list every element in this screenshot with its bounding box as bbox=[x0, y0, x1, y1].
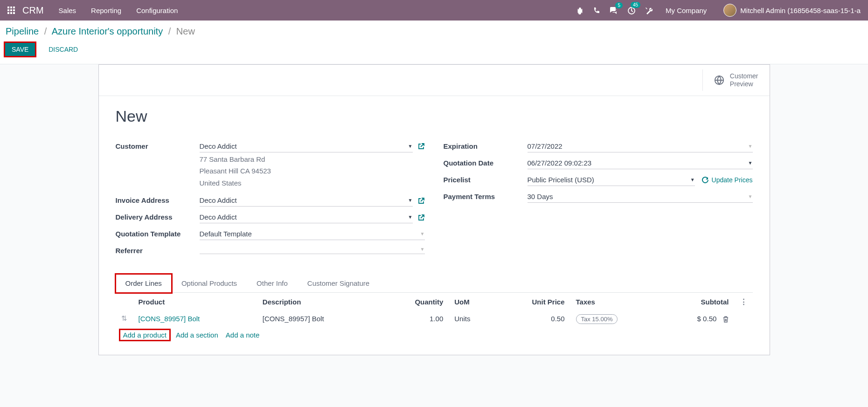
user-menu[interactable]: Mitchell Admin (16856458-saas-15-1-a bbox=[723, 4, 861, 17]
avatar bbox=[723, 4, 736, 17]
chevron-down-icon: ▼ bbox=[748, 160, 753, 166]
phone-icon[interactable] bbox=[593, 6, 600, 14]
tab-customer-signature[interactable]: Customer Signature bbox=[298, 274, 379, 292]
line-subtotal: $ 0.50 bbox=[697, 315, 717, 323]
tax-badge[interactable]: Tax 15.00% bbox=[576, 314, 618, 324]
page-title: New bbox=[116, 107, 753, 125]
breadcrumb-root[interactable]: Pipeline bbox=[6, 26, 39, 36]
col-taxes: Taxes bbox=[570, 293, 661, 310]
line-quantity[interactable]: 1.00 bbox=[381, 310, 449, 326]
activity-icon[interactable]: 45 bbox=[627, 6, 636, 14]
col-quantity: Quantity bbox=[381, 293, 449, 310]
apps-menu-icon[interactable] bbox=[7, 7, 15, 14]
breadcrumb-parent[interactable]: Azure Interior's opportunity bbox=[52, 26, 163, 36]
debug-icon[interactable] bbox=[576, 6, 583, 14]
refresh-icon bbox=[701, 176, 709, 184]
payment-terms-label: Payment Terms bbox=[444, 191, 528, 200]
invoice-address-label: Invoice Address bbox=[116, 194, 200, 204]
update-prices-button[interactable]: Update Prices bbox=[701, 176, 753, 184]
add-product-button[interactable]: Add a product bbox=[121, 331, 168, 339]
chevron-down-icon: ▼ bbox=[690, 177, 695, 182]
pricelist-label: Pricelist bbox=[444, 174, 528, 184]
external-link-icon[interactable] bbox=[417, 196, 425, 204]
invoice-address-field[interactable]: Deco Addict ▼ bbox=[200, 194, 413, 207]
col-unit-price: Unit Price bbox=[495, 293, 570, 310]
tab-optional-products[interactable]: Optional Products bbox=[172, 274, 247, 292]
customer-address: 77 Santa Barbara Rd Pleasant Hill CA 945… bbox=[200, 152, 425, 190]
chevron-down-icon: ▼ bbox=[748, 194, 753, 199]
breadcrumb: Pipeline / Azure Interior's opportunity … bbox=[6, 26, 862, 37]
chat-icon[interactable]: 5 bbox=[610, 6, 618, 14]
order-lines-table: Product Description Quantity UoM Unit Pr… bbox=[116, 293, 753, 326]
quotation-date-label: Quotation Date bbox=[444, 157, 528, 167]
template-label: Quotation Template bbox=[116, 228, 200, 238]
line-unit-price[interactable]: 0.50 bbox=[495, 310, 570, 326]
tab-bar: Order Lines Optional Products Other Info… bbox=[116, 274, 753, 293]
line-uom: Units bbox=[449, 310, 495, 326]
chevron-down-icon: ▼ bbox=[420, 231, 425, 236]
activity-badge: 45 bbox=[631, 2, 640, 8]
user-name: Mitchell Admin (16856458-saas-15-1-a bbox=[740, 7, 861, 14]
chevron-down-icon: ▼ bbox=[420, 247, 425, 252]
col-subtotal: Subtotal bbox=[661, 293, 734, 310]
pricelist-field[interactable]: Public Pricelist (USD) ▼ bbox=[528, 174, 695, 186]
table-row[interactable]: ⇅ [CONS_89957] Bolt [CONS_89957] Bolt 1.… bbox=[116, 310, 753, 326]
chevron-down-icon: ▼ bbox=[748, 144, 753, 149]
delivery-address-field[interactable]: Deco Addict ▼ bbox=[200, 211, 413, 223]
add-note-button[interactable]: Add a note bbox=[226, 331, 260, 339]
chevron-down-icon: ▼ bbox=[408, 214, 413, 220]
nav-menu: Sales Reporting Configuration bbox=[59, 7, 576, 14]
globe-icon bbox=[714, 75, 724, 85]
customer-preview-label: CustomerPreview bbox=[730, 72, 758, 88]
col-description: Description bbox=[257, 293, 381, 310]
payment-terms-field[interactable]: 30 Days ▼ bbox=[528, 191, 753, 203]
referrer-field[interactable]: ▼ bbox=[200, 245, 425, 254]
expiration-label: Expiration bbox=[444, 140, 528, 150]
customer-field[interactable]: Deco Addict ▼ bbox=[200, 140, 413, 152]
nav-configuration[interactable]: Configuration bbox=[136, 7, 178, 14]
breadcrumb-current: New bbox=[176, 26, 195, 36]
tab-order-lines[interactable]: Order Lines bbox=[116, 274, 172, 293]
expiration-field[interactable]: 07/27/2022 ▼ bbox=[528, 140, 753, 152]
col-product: Product bbox=[133, 293, 257, 310]
tab-other-info[interactable]: Other Info bbox=[247, 274, 298, 292]
template-field[interactable]: Default Template ▼ bbox=[200, 228, 425, 240]
add-section-button[interactable]: Add a section bbox=[176, 331, 218, 339]
save-button[interactable]: SAVE bbox=[4, 41, 36, 57]
chevron-down-icon: ▼ bbox=[408, 198, 413, 203]
kebab-icon[interactable]: ⋮ bbox=[740, 297, 747, 305]
customer-label: Customer bbox=[116, 140, 200, 150]
external-link-icon[interactable] bbox=[417, 213, 425, 221]
trash-icon[interactable] bbox=[722, 315, 729, 323]
company-selector[interactable]: My Company bbox=[666, 7, 707, 14]
referrer-label: Referrer bbox=[116, 245, 200, 255]
chevron-down-icon: ▼ bbox=[408, 144, 413, 149]
quotation-date-field[interactable]: 06/27/2022 09:02:23 ▼ bbox=[528, 157, 753, 169]
discard-button[interactable]: DISCARD bbox=[42, 43, 84, 56]
external-link-icon[interactable] bbox=[417, 142, 425, 150]
tools-icon[interactable] bbox=[645, 6, 653, 14]
app-brand[interactable]: CRM bbox=[22, 5, 44, 16]
line-description: [CONS_89957] Bolt bbox=[257, 310, 381, 326]
col-uom: UoM bbox=[449, 293, 495, 310]
nav-sales[interactable]: Sales bbox=[59, 7, 76, 14]
product-link[interactable]: [CONS_89957] Bolt bbox=[139, 315, 200, 323]
delivery-address-label: Delivery Address bbox=[116, 211, 200, 221]
nav-reporting[interactable]: Reporting bbox=[91, 7, 121, 14]
customer-preview-button[interactable]: CustomerPreview bbox=[702, 69, 770, 91]
chat-badge: 5 bbox=[615, 2, 623, 8]
drag-handle-icon[interactable]: ⇅ bbox=[121, 314, 127, 322]
